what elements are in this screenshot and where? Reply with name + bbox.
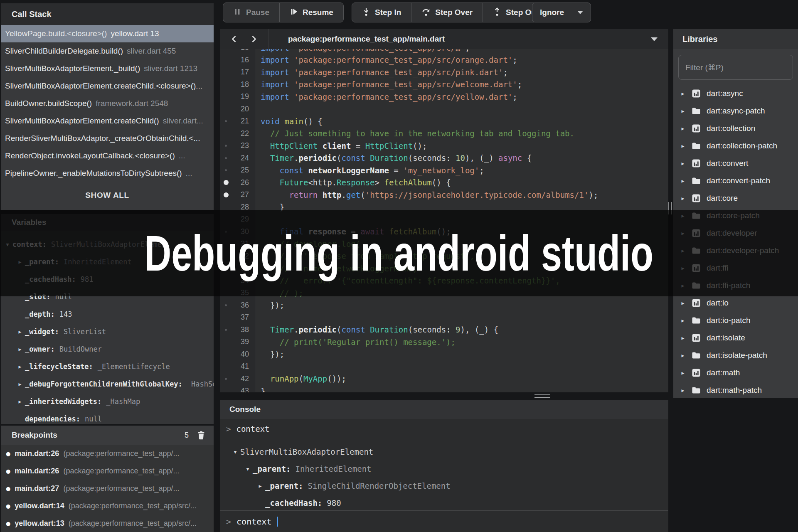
breakpoint-gutter[interactable]: 26 [220, 177, 256, 189]
variable-row[interactable]: ▸_owner:BuildOwner [1, 340, 214, 358]
console-tree-row[interactable]: ▾_parent:InheritedElement [226, 460, 668, 477]
library-item[interactable]: ▸dart:isolate [673, 329, 798, 347]
console-input[interactable]: > context [220, 510, 668, 532]
call-stack-frame[interactable]: SliverMultiBoxAdaptorElement.createChild… [1, 77, 214, 95]
console-tree-row[interactable]: ▸_parent:SingleChildRenderObjectElement [226, 477, 668, 494]
breakpoint-item[interactable]: ●main.dart:26(package:performance_test_a… [1, 445, 214, 462]
library-item[interactable]: ▸dart:async [673, 85, 798, 102]
breakpoint-gutter[interactable]: 19 [220, 91, 256, 103]
variable-row[interactable]: _depth:143 [1, 305, 214, 323]
expand-arrow-icon[interactable]: ▸ [680, 143, 686, 149]
breakpoint-gutter[interactable]: 20 [220, 103, 256, 116]
breakpoint-gutter[interactable]: 40 [220, 348, 256, 361]
expand-arrow-icon[interactable]: ▸ [15, 398, 25, 405]
code-text: import 'package:performance_test_app/src… [256, 92, 517, 101]
breakpoint-gutter[interactable]: 36 [220, 299, 256, 312]
call-stack-frame[interactable]: SliverMultiBoxAdaptorElement.createChild… [1, 112, 214, 130]
expand-arrow-icon[interactable]: ▸ [680, 335, 686, 341]
forward-icon[interactable] [250, 34, 258, 44]
breakpoint-gutter[interactable]: 16 [220, 54, 256, 66]
console-tree-row[interactable]: _cachedHash:980 [226, 494, 668, 510]
breakpoint-item[interactable]: ●yellow.dart:13(package:performance_test… [1, 515, 214, 532]
expand-arrow-icon[interactable]: ▸ [680, 195, 686, 202]
breakpoint-gutter[interactable]: 37 [220, 311, 256, 324]
code-line: 20 [220, 103, 668, 116]
library-name: dart:convert-patch [707, 176, 770, 185]
step-in-button[interactable]: Step In [352, 3, 411, 22]
expand-arrow-icon[interactable]: ▸ [15, 328, 25, 335]
variable-row[interactable]: ▸_widget:SliverList [1, 323, 214, 340]
expand-arrow-icon[interactable]: ▾ [243, 466, 253, 472]
expand-arrow-icon[interactable]: ▸ [15, 381, 25, 387]
delete-all-breakpoints-icon[interactable] [196, 430, 206, 440]
call-stack-frame[interactable]: YellowPage.build.<closure>()yellow.dart … [1, 25, 214, 42]
expand-arrow-icon[interactable]: ▸ [680, 369, 686, 376]
expand-arrow-icon[interactable]: ▸ [680, 317, 686, 324]
call-stack-frame[interactable]: BuildOwner.buildScope()framework.dart 25… [1, 95, 214, 112]
chevron-down-icon [577, 11, 583, 14]
breakpoint-gutter[interactable]: 42 [220, 373, 256, 385]
breakpoint-item[interactable]: ●main.dart:26(package:performance_test_a… [1, 462, 214, 480]
variable-row[interactable]: ▸_debugForgottenChildrenWithGlobalKey:_H… [1, 375, 214, 393]
breakpoint-item[interactable]: ●yellow.dart:14(package:performance_test… [1, 497, 214, 515]
expand-arrow-icon[interactable]: ▾ [230, 448, 240, 455]
breakpoint-gutter[interactable]: 24 [220, 152, 256, 165]
call-stack-frame[interactable]: RenderObject.invokeLayoutCallback.<closu… [1, 147, 214, 165]
ignore-dropdown[interactable]: Ignore [532, 2, 591, 22]
expand-arrow-icon[interactable]: ▸ [15, 363, 25, 370]
show-all-button[interactable]: SHOW ALL [1, 186, 214, 204]
breakpoint-item[interactable]: ●main.dart:27(package:performance_test_a… [1, 480, 214, 497]
breakpoint-gutter[interactable]: 25 [220, 164, 256, 177]
expand-arrow-icon[interactable]: ▸ [680, 387, 686, 394]
expand-arrow-icon[interactable]: ▸ [680, 352, 686, 359]
libraries-filter-input[interactable]: Filter (⌘P) [678, 55, 793, 80]
expand-arrow-icon[interactable]: ▸ [680, 108, 686, 114]
call-stack-frame[interactable]: SliverChildBuilderDelegate.build()sliver… [1, 42, 214, 60]
breakpoint-gutter[interactable]: 27 [220, 189, 256, 201]
expand-arrow-icon[interactable]: ▸ [680, 300, 686, 306]
library-item[interactable]: ▸dart:io-patch [673, 312, 798, 329]
library-item[interactable]: ▸dart:io [673, 294, 798, 312]
variable-row[interactable]: dependencies:null [1, 410, 214, 424]
library-item[interactable]: ▸dart:collection [673, 120, 798, 137]
library-item[interactable]: ▸dart:convert-patch [673, 172, 798, 190]
pause-button[interactable]: Pause [223, 3, 279, 22]
library-item[interactable]: ▸dart:collection-patch [673, 137, 798, 155]
back-icon[interactable] [230, 34, 238, 44]
call-stack-frame[interactable]: RenderSliverMultiBoxAdaptor._createOrObt… [1, 130, 214, 147]
breakpoint-gutter[interactable]: 39 [220, 336, 256, 348]
breakpoint-gutter[interactable]: 23 [220, 140, 256, 152]
breakpoint-gutter[interactable]: 15 [220, 49, 256, 54]
console-tree-row[interactable]: ▾SliverMultiBoxAdaptorElement [226, 443, 668, 460]
breakpoint-gutter[interactable]: 22 [220, 128, 256, 140]
console-splitter[interactable] [220, 392, 668, 400]
library-item[interactable]: ▸dart:async-patch [673, 102, 798, 120]
breakpoint-gutter[interactable]: 38 [220, 324, 256, 336]
breakpoint-gutter[interactable]: 17 [220, 66, 256, 79]
call-stack-frame[interactable]: PipelineOwner._enableMutationsToDirtySub… [1, 165, 214, 182]
variable-row[interactable]: ▸_inheritedWidgets:_HashMap [1, 393, 214, 410]
breakpoint-gutter[interactable]: 43 [220, 385, 256, 392]
library-item[interactable]: ▸dart:math-patch [673, 382, 798, 398]
library-item[interactable]: ▸dart:isolate-patch [673, 347, 798, 364]
library-item[interactable]: ▸dart:math [673, 364, 798, 382]
expand-arrow-icon[interactable]: ▸ [680, 160, 686, 167]
library-item[interactable]: ▸dart:core [673, 190, 798, 207]
breakpoint-gutter[interactable]: 21 [220, 115, 256, 128]
frame-function: SliverMultiBoxAdaptorElement.createChild… [5, 81, 202, 91]
expand-arrow-icon[interactable]: ▸ [680, 90, 686, 97]
expand-arrow-icon[interactable]: ▸ [680, 125, 686, 132]
resume-button[interactable]: Resume [279, 3, 343, 22]
library-item[interactable]: ▸dart:convert [673, 155, 798, 172]
step-over-button[interactable]: Step Over [411, 3, 483, 22]
expand-arrow-icon[interactable]: ▸ [15, 346, 25, 352]
variable-row[interactable]: ▸_lifecycleState:_ElementLifecycle [1, 358, 214, 375]
executable-line-dot-icon [225, 329, 227, 331]
breakpoint-gutter[interactable]: 41 [220, 360, 256, 373]
call-stack-frame[interactable]: SliverMultiBoxAdaptorElement._build()sli… [1, 60, 214, 77]
file-selector-chevron-icon[interactable] [651, 37, 658, 41]
breakpoint-gutter[interactable]: 18 [220, 79, 256, 91]
expand-arrow-icon[interactable]: ▸ [680, 177, 686, 184]
expand-arrow-icon[interactable]: ▸ [255, 483, 265, 489]
debug-toolbar: Pause Resume Step In [220, 2, 668, 24]
